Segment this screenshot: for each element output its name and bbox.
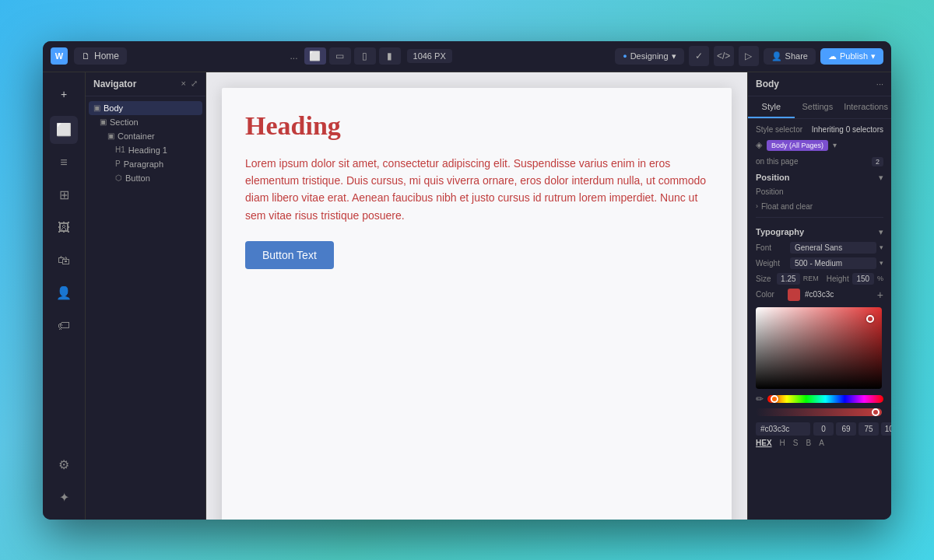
add-color-button[interactable]: + [877,289,883,301]
canvas-button[interactable]: Button Text [245,241,334,269]
button-node-icon: ⬡ [115,173,122,182]
style-selector-inherit: Inheriting 0 selectors [812,125,883,134]
plugins-sidebar-icon[interactable]: ✦ [50,484,78,512]
canvas-heading: Heading [245,111,708,141]
assets-sidebar-icon[interactable]: 🏷 [50,312,78,340]
position-section-title: Position [756,173,789,182]
ecommerce-sidebar-icon[interactable]: 🛍 [50,247,78,275]
float-and-clear-link[interactable]: Float and clear [761,202,813,211]
g-input[interactable] [836,422,856,436]
mode-label: Designing [630,51,669,61]
canvas-area[interactable]: Heading Lorem ipsum dolor sit amet, cons… [206,72,747,520]
a-mode-tab[interactable]: A [819,439,824,447]
nav-item-body-label: Body [104,103,198,113]
float-chevron-icon: › [756,202,758,210]
navigator-header: Navigator × ⤢ [86,72,205,96]
desktop-view-icon[interactable]: ⬜ [304,47,326,65]
navigator-panel: Navigator × ⤢ ▣ Body ▣ Section ▣ Contain… [86,72,206,520]
nav-item-paragraph[interactable]: P Paragraph [89,157,202,171]
publish-button[interactable]: ☁ Publish ▾ [820,48,883,65]
body-node-icon: ▣ [93,103,100,112]
color-row: Color #c03c3c + [756,289,883,301]
sidebar-bottom: ⚙ ✦ [50,451,78,512]
height-value[interactable]: 150 [852,273,874,285]
pages-icon[interactable]: ⬜ [50,116,78,144]
more-dots[interactable]: ... [290,51,298,61]
weight-label: Weight [756,259,787,268]
size-value[interactable]: 1.25 [777,273,800,285]
cms-icon[interactable]: 👤 [50,279,78,307]
nav-item-container[interactable]: ▣ Container [89,129,202,143]
publish-icon: ☁ [828,51,837,61]
hue-bar[interactable] [767,395,883,403]
nav-item-button[interactable]: ⬡ Button [89,171,202,185]
style-badge-row: ◈ Body (All Pages) ▾ [756,140,883,151]
tab-settings[interactable]: Settings [795,96,841,118]
settings-sidebar-icon[interactable]: ⚙ [50,451,78,479]
hue-cursor[interactable] [771,395,778,403]
tablet-view-icon[interactable]: ▭ [329,47,351,65]
color-spectrum[interactable] [756,307,882,389]
view-icons: ⬜ ▭ ▯ ▮ [304,47,401,65]
spectrum-cursor[interactable] [866,315,874,323]
share-button[interactable]: 👤 Share [764,48,816,65]
hex-mode-tab[interactable]: HEX [756,439,772,447]
share-icon: 👤 [771,51,782,61]
alpha-cursor[interactable] [872,408,880,416]
publish-label: Publish [840,51,868,61]
nav-item-section-label: Section [110,117,198,127]
nav-item-heading[interactable]: H1 Heading 1 [89,143,202,157]
position-collapse-icon[interactable]: ▾ [879,173,883,183]
title-bar: W 🗋 Home ... ⬜ ▭ ▯ ▮ 1046 PX ● Designing… [43,41,891,72]
color-hex-value: #c03c3c [805,290,834,299]
h-mode-tab[interactable]: H [780,439,785,447]
size-unit: REM [803,275,819,282]
hex-input-row [756,422,883,436]
typography-collapse-icon[interactable]: ▾ [879,227,883,237]
share-label: Share [785,51,808,61]
mobile-view-icon[interactable]: ▮ [379,47,401,65]
play-icon-btn[interactable]: ▷ [739,46,759,66]
home-tab[interactable]: 🗋 Home [74,47,127,65]
nav-item-section[interactable]: ▣ Section [89,115,202,129]
position-section-header: Position ▾ [756,173,883,183]
checkmark-icon-btn[interactable]: ✓ [689,46,709,66]
on-this-page-row: on this page 2 [756,157,883,166]
a-input[interactable] [881,422,891,436]
selector-chevron-icon: ▾ [833,141,837,149]
eyedropper-icon[interactable]: ✏ [756,394,764,404]
right-panel-more-icon[interactable]: ··· [876,79,883,89]
tab-interactions[interactable]: Interactions [841,96,891,118]
publish-chevron: ▾ [871,51,876,61]
app-logo: W [51,47,68,65]
section-node-icon: ▣ [100,117,107,126]
hex-input[interactable] [756,422,810,436]
b-mode-tab[interactable]: B [806,439,811,447]
weight-row: Weight 500 - Medium ▾ [756,257,883,269]
nav-item-container-label: Container [118,131,198,141]
code-icon-btn[interactable]: </> [714,46,734,66]
style-selector-label: Style selector [756,125,802,134]
height-label: Height [827,275,849,283]
add-element-button[interactable]: + [50,80,78,108]
font-chevron-icon: ▾ [880,243,883,251]
nav-item-body[interactable]: ▣ Body [89,101,202,115]
color-swatch[interactable] [788,289,800,301]
canvas-page: Heading Lorem ipsum dolor sit amet, cons… [222,88,732,520]
s-mode-tab[interactable]: S [793,439,799,447]
navigator-close-icon[interactable]: × [181,79,186,89]
main-area: + ⬜ ≡ ⊞ 🖼 🛍 👤 🏷 ⚙ ✦ Navigator × ⤢ [43,72,891,520]
images-icon[interactable]: 🖼 [50,214,78,242]
r-input[interactable] [813,422,834,436]
navigator-expand-icon[interactable]: ⤢ [191,79,198,89]
on-this-page-num: 2 [872,157,883,166]
navigator-icon[interactable]: ≡ [50,149,78,177]
tab-style[interactable]: Style [748,96,795,118]
font-row: Font General Sans ▾ [756,242,883,254]
mobile-large-view-icon[interactable]: ▯ [354,47,376,65]
style-selector-badge[interactable]: Body (All Pages) [767,140,828,151]
components-icon[interactable]: ⊞ [50,181,78,209]
alpha-bar[interactable] [756,408,882,416]
b-input[interactable] [859,422,879,436]
designing-mode-button[interactable]: ● Designing ▾ [615,48,683,65]
